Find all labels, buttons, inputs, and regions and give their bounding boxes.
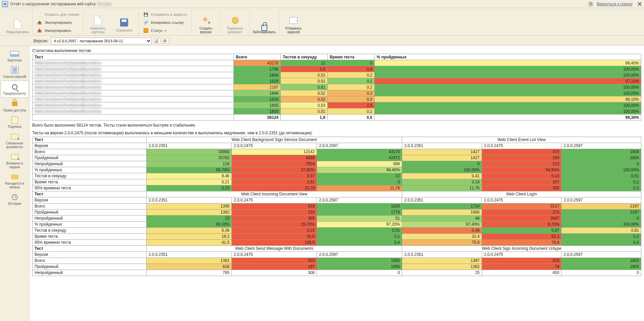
folder-icon <box>11 175 18 179</box>
table-row: WebClientSomeTestNameBlurredOut18290,510… <box>33 78 641 84</box>
help-icon[interactable]: ? <box>588 1 593 7</box>
back-to-list-link[interactable]: Вернуться к списку <box>597 2 633 6</box>
nav-folders[interactable]: Находится в папках <box>1 171 29 191</box>
ttime-cell: 0,3 <box>328 90 375 96</box>
ttime-cell: 0,1 <box>328 78 375 84</box>
version-select[interactable]: 8.v2.0.0.2597 - тестирования 2013-09-11 <box>51 38 152 44</box>
total-cell: 1804 <box>234 72 281 78</box>
nav-history[interactable]: История <box>1 191 29 208</box>
test-name-cell: WebClientSomeTestNameBlurredOut <box>33 78 234 84</box>
tps-cell: 12 <box>281 60 328 66</box>
send-task-button[interactable]: Отправить задачей <box>282 15 305 34</box>
content: Статистика выполнения тестов: Тест Всего… <box>30 46 644 321</box>
ttime-cell: 0,2 <box>328 84 375 90</box>
test-name-cell: WebClientSomeTestNameBlurredOut <box>33 66 234 72</box>
col-total: Всего <box>234 54 281 60</box>
tps-cell: 0,53 <box>281 102 328 108</box>
export-button[interactable]: 📤Экспортировать <box>35 19 80 26</box>
print-icon[interactable]: 🖨 <box>154 38 160 44</box>
nav-access[interactable]: Права доступа <box>1 98 29 114</box>
lock-button[interactable]: Заблокировать <box>253 19 276 34</box>
total-cell: 1824 <box>234 96 281 102</box>
tps-cell: 0,51 <box>281 108 328 114</box>
col-test: Тест <box>33 54 234 60</box>
card-icon <box>10 51 19 56</box>
table-row: WebClientSomeTestNameBlurredOut18460,520… <box>33 90 641 96</box>
test-name-cell: WebClientSomeTestNameBlurredOut <box>33 96 234 102</box>
ttime-cell: 0 <box>328 60 375 66</box>
total-cell: 1829 <box>234 78 281 84</box>
table-row: WebClientSomeTestNameBlurredOut21970,610… <box>33 84 641 90</box>
nav-versions[interactable]: Список версий <box>1 64 29 81</box>
total-cell: 2197 <box>234 84 281 90</box>
tool-icon[interactable]: ⚙ <box>163 38 169 44</box>
related-icon <box>11 134 18 139</box>
nav-preview[interactable]: Предпросмотр <box>1 81 29 98</box>
test-name-cell: WebClientSomeTestNameBlurredOut <box>33 84 234 90</box>
open-read-button: 📄Открыть для чтения <box>35 11 80 18</box>
create-version-button[interactable]: Создать версию <box>194 15 218 34</box>
save-icon <box>120 18 128 27</box>
nav-card[interactable]: Карточка <box>1 48 29 64</box>
send-icon <box>289 17 298 24</box>
copy-link-button[interactable]: 🔗Копировать ссылку <box>142 19 189 26</box>
ttime-cell: 0,3 <box>328 96 375 102</box>
table-row: WebClientSomeTestNameBlurredOut431701209… <box>33 60 641 66</box>
test-name-cell: WebClientSomeTestNameBlurredOut <box>33 72 234 78</box>
test-name-cell: WebClientSomeTestNameBlurredOut <box>33 90 234 96</box>
pass-cell: 98,10% <box>375 96 641 102</box>
sign-document-button: Подписать документ <box>223 15 247 34</box>
explain-1: Всего было выполнено 58124 тестов. Тесты… <box>32 123 641 128</box>
save-button: Сохранить <box>112 15 136 34</box>
col-pass: % пройденных <box>375 54 641 60</box>
total-cell: 1796 <box>234 66 281 72</box>
test-name-cell: WebClientSomeTestNameBlurredOut <box>33 108 234 114</box>
tps-cell: 0,61 <box>281 84 328 90</box>
change-card-button: Изменить карточку <box>86 15 110 34</box>
pass-cell: 100,00% <box>375 66 641 72</box>
document-icon <box>14 19 21 29</box>
edit-button: Редактировать <box>6 19 30 34</box>
window-title: Отчёт о нагрузочном тестировании веб-сай… <box>10 2 96 6</box>
tps-cell: 0,52 <box>281 90 328 96</box>
status-icon <box>144 28 148 33</box>
pass-cell: 97,20% <box>375 78 641 84</box>
test-name-cell: WebClientSomeTestNameBlurredOut <box>33 60 234 66</box>
window-title-suffix: Тестики <box>97 2 111 6</box>
nav-signs[interactable]: Подписи <box>1 114 29 131</box>
total-cell: 43170 <box>234 60 281 66</box>
pass-cell: 100,00% <box>375 90 641 96</box>
col-ttime: Время теста <box>328 54 375 60</box>
total-cell: 1846 <box>234 90 281 96</box>
total-cell: 1855 <box>234 102 281 108</box>
status-dropdown[interactable]: Статус ▾ <box>142 27 189 34</box>
version-label: Версия: <box>34 39 48 43</box>
tps-cell: 0,52 <box>281 96 328 102</box>
ttime-cell: 2,5 <box>328 102 375 108</box>
pass-cell: 100,00% <box>375 72 641 78</box>
tps-cell: 0,5 <box>281 66 328 72</box>
stats-title: Статистика выполнения тестов: <box>32 48 641 53</box>
left-nav: Карточка Список версий Предпросмотр Прав… <box>0 46 30 321</box>
ribbon: Редактировать 📄Открыть для чтения 📤Экспо… <box>0 8 644 36</box>
card-icon <box>94 16 102 25</box>
magnifier-icon <box>12 84 17 90</box>
lock-icon <box>261 25 267 31</box>
nav-intasks[interactable]: Вложено в задачи <box>1 151 29 171</box>
version-bar: Версия: 8.v2.0.0.2597 - тестирования 201… <box>0 36 644 46</box>
tps-cell: 0,51 <box>281 78 328 84</box>
close-icon[interactable] <box>637 2 642 6</box>
pass-cell: 100,00% <box>375 102 641 108</box>
ttime-cell: 0,2 <box>328 108 375 114</box>
titlebar: W Отчёт о нагрузочном тестировании веб-с… <box>0 0 644 8</box>
import-button[interactable]: 📥Импортировать <box>35 27 80 34</box>
star-plus-icon <box>202 16 210 25</box>
table-row: WebClientSomeTestNameBlurredOut18040,510… <box>33 72 641 78</box>
explain-2: Тесты на версии 2.0.0.2475 (после оптими… <box>32 130 641 136</box>
padlock-icon <box>12 101 17 106</box>
total-row: 58124 1,8 0,5 99,30% <box>33 114 641 121</box>
nav-related[interactable]: Связанные документы <box>1 131 29 151</box>
intask-icon <box>11 154 18 159</box>
table-row: WebClientSomeTestNameBlurredOut17960,50,… <box>33 66 641 72</box>
medal-icon <box>232 17 238 24</box>
